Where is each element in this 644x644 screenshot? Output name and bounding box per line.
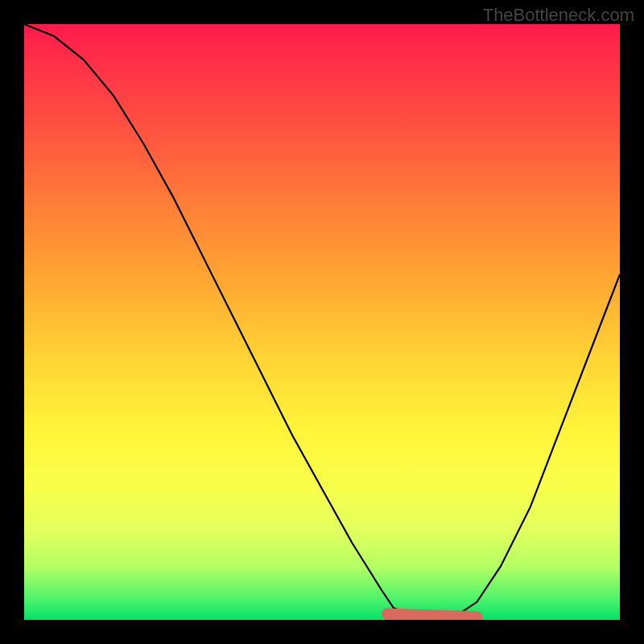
chart-svg (24, 24, 620, 620)
bottleneck-curve (24, 24, 620, 614)
chart-area (24, 24, 620, 620)
watermark-text: TheBottleneck.com (483, 5, 634, 26)
optimal-range-bar (387, 614, 477, 617)
